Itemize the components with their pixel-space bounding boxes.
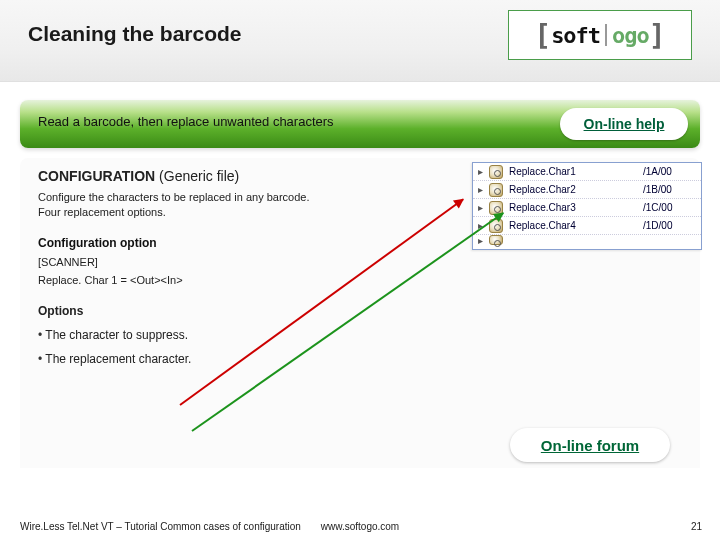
expand-icon: ▸ [473, 184, 485, 195]
footer-site: www.softogo.com [0, 521, 720, 532]
key-icon [489, 183, 503, 197]
snippet-row: ▸ Replace.Char2 /1B/00 [473, 181, 701, 199]
page-number: 21 [691, 521, 702, 532]
brand-logo: [ soft ogo ] [508, 10, 692, 60]
online-forum-label: On-line forum [541, 437, 639, 454]
key-icon [489, 165, 503, 179]
expand-icon: ▸ [473, 202, 485, 213]
config-example: Replace. Char 1 = <Out><In> [38, 274, 682, 286]
content-panel: CONFIGURATION (Generic file) Configure t… [20, 158, 700, 468]
expand-icon: ▸ [473, 235, 485, 246]
expand-icon: ▸ [473, 166, 485, 177]
snippet-row: ▸ Replace.Char3 /1C/00 [473, 199, 701, 217]
snippet-row: ▸ Replace.Char1 /1A/00 [473, 163, 701, 181]
page-title: Cleaning the barcode [28, 22, 242, 46]
arrow-suppress-icon [179, 198, 463, 405]
snippet-row: ▸ Replace.Char4 /1D/00 [473, 217, 701, 235]
footer: Wire.Less Tel.Net VT – Tutorial Common c… [0, 521, 720, 532]
online-help-label: On-line help [584, 116, 665, 132]
config-section: [SCANNER] [38, 256, 682, 268]
online-help-link[interactable]: On-line help [560, 108, 688, 140]
lead-text: Read a barcode, then replace unwanted ch… [38, 114, 334, 129]
lead-bar: Read a barcode, then replace unwanted ch… [20, 100, 700, 148]
option-suppress: The character to suppress. [38, 328, 682, 342]
option-replacement: The replacement character. [38, 352, 682, 366]
config-snippet: ▸ Replace.Char1 /1A/00 ▸ Replace.Char2 /… [472, 162, 702, 250]
snippet-row: ▸ [473, 235, 701, 249]
online-forum-link[interactable]: On-line forum [510, 428, 670, 462]
key-icon [489, 235, 503, 245]
